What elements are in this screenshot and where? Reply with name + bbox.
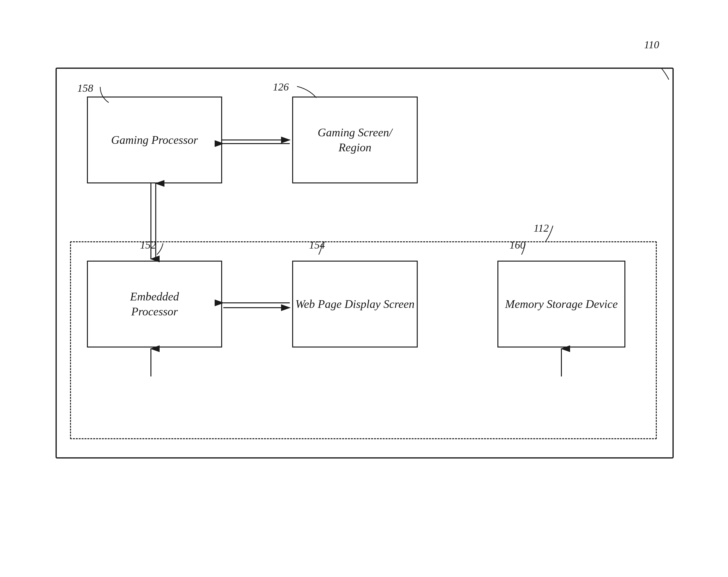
ref-158: 158 — [77, 82, 93, 94]
gaming-screen-label: Gaming Screen/Region — [318, 125, 392, 155]
memory-storage-box: Memory Storage Device — [497, 260, 625, 348]
web-page-screen-box: Web Page Display Screen — [292, 260, 418, 348]
gaming-screen-box: Gaming Screen/Region — [292, 97, 418, 184]
gaming-processor-box: Gaming Processor — [87, 97, 222, 184]
web-page-screen-label: Web Page Display Screen — [295, 297, 415, 311]
ref-112: 112 — [534, 222, 549, 234]
ref-152: 152 — [140, 239, 156, 251]
ref-160: 160 — [510, 239, 525, 251]
ref-126: 126 — [273, 81, 289, 93]
ref-154: 154 — [309, 239, 325, 251]
ref-110: 110 — [644, 38, 659, 51]
diagram-container: 110 158 126 112 152 154 160 Gaming Proce… — [55, 67, 674, 459]
gaming-processor-label: Gaming Processor — [111, 133, 198, 147]
embedded-processor-box: EmbeddedProcessor — [87, 260, 222, 348]
memory-storage-label: Memory Storage Device — [505, 297, 618, 311]
embedded-processor-label: EmbeddedProcessor — [130, 289, 179, 319]
